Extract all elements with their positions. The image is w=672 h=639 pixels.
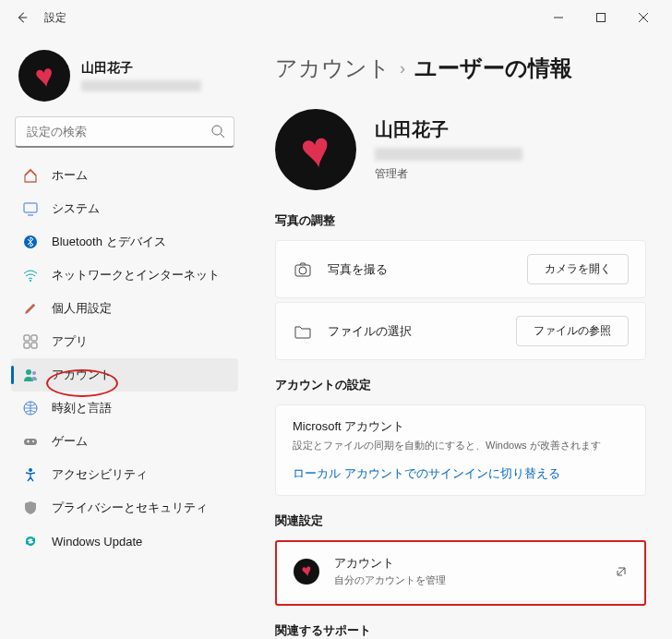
sidebar-item-time[interactable]: 時刻と言語: [11, 392, 238, 425]
avatar: ♥: [18, 50, 70, 102]
related-account-desc: 自分のアカウントを管理: [334, 573, 446, 587]
heart-icon: ♥: [32, 56, 57, 95]
svg-point-14: [29, 468, 32, 472]
svg-point-10: [32, 371, 36, 375]
sidebar-item-accounts[interactable]: アカウント: [11, 358, 238, 392]
external-link-icon: [615, 565, 628, 578]
svg-rect-0: [597, 14, 606, 22]
nav-label: Windows Update: [52, 535, 142, 549]
choose-file-label: ファイルの選択: [328, 323, 412, 340]
heart-icon: ♥: [300, 561, 313, 582]
svg-rect-7: [24, 343, 30, 348]
profile-name: 山田花子: [81, 60, 201, 77]
choose-file-card: ファイルの選択 ファイルの参照: [275, 302, 646, 360]
search-input[interactable]: [15, 116, 234, 148]
svg-point-1: [212, 126, 222, 135]
nav-label: Bluetooth とデバイス: [52, 234, 166, 250]
window-title: 設定: [44, 10, 66, 26]
take-photo-card: 写真を撮る カメラを開く: [275, 240, 646, 298]
sidebar-item-accessibility[interactable]: アクセシビリティ: [11, 458, 238, 491]
ms-account-title: Microsoft アカウント: [293, 418, 404, 435]
section-related-heading: 関連設定: [275, 512, 646, 529]
sidebar-item-bluetooth[interactable]: Bluetooth とデバイス: [11, 225, 238, 259]
gamepad-icon: [22, 433, 39, 450]
home-icon: [22, 167, 39, 184]
update-icon: [22, 533, 39, 549]
sidebar-item-network[interactable]: ネットワークとインターネット: [11, 259, 238, 292]
camera-icon: [293, 259, 313, 280]
user-name: 山田花子: [375, 117, 522, 142]
profile-email-blur: [81, 80, 201, 91]
system-icon: [22, 200, 39, 217]
take-photo-label: 写真を撮る: [328, 261, 388, 278]
breadcrumb: アカウント › ユーザーの情報: [275, 54, 646, 83]
close-button[interactable]: [622, 0, 665, 35]
svg-rect-2: [24, 203, 37, 212]
ms-account-desc: 設定とファイルの同期を自動的にすると、Windows が改善されます: [293, 439, 601, 452]
heart-icon: ♥: [296, 119, 335, 181]
person-icon: [22, 367, 39, 383]
sidebar-profile[interactable]: ♥ 山田花子: [11, 42, 238, 113]
avatar: ♥: [275, 109, 356, 190]
ms-account-card: Microsoft アカウント 設定とファイルの同期を自動的にすると、Windo…: [275, 404, 646, 496]
svg-point-9: [26, 369, 31, 375]
svg-point-13: [32, 440, 34, 442]
section-photo-heading: 写真の調整: [275, 212, 646, 229]
folder-icon: [293, 321, 313, 342]
globe-icon: [22, 400, 39, 416]
user-role: 管理者: [375, 166, 522, 182]
nav-label: プライバシーとセキュリティ: [52, 500, 208, 516]
chevron-right-icon: ›: [400, 59, 405, 78]
nav-label: 時刻と言語: [52, 400, 112, 416]
wifi-icon: [22, 267, 39, 283]
svg-point-16: [299, 267, 306, 274]
svg-rect-5: [24, 335, 30, 341]
search-box: [15, 116, 234, 148]
section-account-heading: アカウントの設定: [275, 377, 646, 393]
nav-label: 個人用設定: [52, 300, 112, 317]
shield-icon: [22, 500, 39, 516]
accessibility-icon: [22, 466, 39, 483]
nav-label: ネットワークとインターネット: [52, 267, 220, 283]
maximize-button[interactable]: [580, 0, 622, 35]
user-info-block: ♥ 山田花子 管理者: [275, 109, 646, 190]
avatar: ♥: [294, 559, 319, 585]
sidebar-item-apps[interactable]: アプリ: [11, 325, 238, 358]
related-account-card[interactable]: ♥ アカウント 自分のアカウントを管理: [277, 542, 644, 600]
breadcrumb-parent[interactable]: アカウント: [275, 54, 390, 83]
brush-icon: [22, 300, 39, 317]
sidebar-item-home[interactable]: ホーム: [11, 159, 238, 192]
bluetooth-icon: [22, 234, 39, 250]
nav-label: システム: [52, 200, 100, 217]
breadcrumb-current: ユーザーの情報: [414, 54, 572, 83]
related-account-highlight: ♥ アカウント 自分のアカウントを管理: [275, 540, 646, 606]
open-camera-button[interactable]: カメラを開く: [527, 254, 629, 284]
sidebar-item-gaming[interactable]: ゲーム: [11, 425, 238, 458]
search-icon: [210, 124, 225, 139]
sidebar-item-system[interactable]: システム: [11, 192, 238, 225]
svg-rect-12: [24, 439, 37, 445]
apps-icon: [22, 333, 39, 350]
user-email-blur: [375, 148, 522, 161]
svg-point-4: [30, 280, 31, 282]
browse-file-button[interactable]: ファイルの参照: [516, 316, 629, 346]
minimize-button[interactable]: [537, 0, 580, 35]
related-account-title: アカウント: [334, 555, 446, 572]
nav-label: アプリ: [52, 333, 88, 350]
nav-label: ゲーム: [52, 433, 88, 450]
nav-label: ホーム: [52, 167, 88, 184]
sidebar-item-privacy[interactable]: プライバシーとセキュリティ: [11, 491, 238, 524]
section-support-heading: 関連するサポート: [275, 622, 646, 639]
nav-label: アクセシビリティ: [52, 466, 148, 483]
sidebar-item-update[interactable]: Windows Update: [11, 524, 238, 558]
back-button[interactable]: [7, 3, 37, 32]
sidebar-item-personalization[interactable]: 個人用設定: [11, 292, 238, 325]
nav-label: アカウント: [52, 367, 112, 383]
svg-rect-6: [31, 335, 37, 341]
svg-rect-8: [31, 343, 37, 348]
local-account-link[interactable]: ローカル アカウントでのサインインに切り替える: [293, 465, 560, 482]
